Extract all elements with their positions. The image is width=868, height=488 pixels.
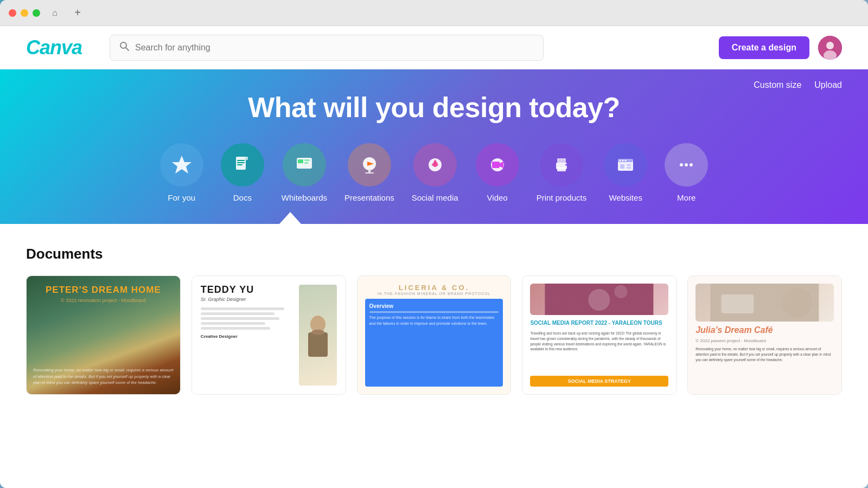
card-4-body: Travelling and tours are back up and run… [530, 331, 668, 371]
svg-rect-7 [237, 160, 245, 161]
category-whiteboards[interactable]: Whiteboards [282, 143, 327, 202]
svg-point-29 [625, 160, 627, 162]
close-button[interactable] [9, 9, 16, 17]
category-more[interactable]: More [665, 143, 708, 202]
traffic-lights [9, 9, 40, 17]
websites-label: Websites [609, 193, 642, 202]
svg-point-38 [311, 330, 324, 335]
svg-rect-14 [304, 162, 308, 164]
browser-content: Canva Create a design [0, 26, 868, 488]
svg-point-3 [826, 42, 834, 49]
browser-titlebar: ⌂ + [0, 0, 868, 26]
svg-point-34 [685, 163, 688, 166]
upload-link[interactable]: Upload [814, 80, 842, 90]
hero-top-right: Custom size Upload [754, 80, 842, 90]
card-2-line-1 [201, 307, 284, 310]
card-3-subtitle: IN-THE-FASHION MINERAL OR BRAND PROTOCOL [365, 292, 503, 296]
doc-card-1[interactable]: PETER'S DREAM HOME © 2022 renovation pro… [26, 275, 181, 395]
documents-section: Documents PETER'S DREAM HOME © 2022 reno… [0, 224, 868, 416]
svg-rect-44 [722, 294, 754, 313]
card-5-title: Julia's Dream Café [695, 325, 834, 335]
svg-point-40 [589, 289, 610, 311]
category-websites[interactable]: Websites [604, 143, 647, 202]
svg-rect-30 [620, 164, 624, 169]
card-4-title: SOCIAL MEDIA REPORT 2022 - YARALEON TOUR… [530, 319, 668, 326]
docs-grid: PETER'S DREAM HOME © 2022 renovation pro… [26, 275, 842, 395]
more-icon-circle [665, 143, 708, 187]
print-products-icon-circle [540, 143, 583, 187]
svg-rect-23 [557, 167, 566, 171]
card-3-body: The purpose of this session is for teams… [369, 315, 499, 326]
custom-size-link[interactable]: Custom size [754, 80, 801, 90]
card-1-title: PETER'S DREAM HOME [27, 285, 180, 296]
card-3-divider [369, 311, 499, 313]
category-row: For you [26, 143, 842, 202]
new-tab-button[interactable]: + [69, 5, 86, 21]
category-presentations[interactable]: Presentations [344, 143, 394, 202]
hero-banner-wrapper: Custom size Upload What will you design … [0, 69, 868, 224]
home-button[interactable]: ⌂ [47, 5, 63, 21]
documents-section-title: Documents [26, 246, 842, 262]
search-bar[interactable] [110, 35, 544, 61]
minimize-button[interactable] [21, 9, 28, 17]
card-2-line-3 [201, 317, 279, 320]
card-1-subtitle: © 2022 renovation project - Moodboard [27, 298, 180, 303]
svg-point-41 [615, 285, 628, 298]
category-docs[interactable]: Docs [221, 143, 264, 202]
for-you-icon-circle [160, 143, 203, 187]
avatar[interactable] [818, 36, 842, 60]
svg-rect-10 [245, 157, 248, 160]
doc-card-2[interactable]: TEDDY YU Sr. Graphic Designer Creative D… [192, 275, 346, 395]
websites-icon-circle [604, 143, 647, 187]
svg-rect-22 [557, 158, 566, 163]
category-for-you[interactable]: For you [160, 143, 203, 202]
docs-icon-circle [221, 143, 264, 187]
browser-frame: ⌂ + Canva Create a design [0, 0, 868, 488]
doc-card-3[interactable]: LICERIA & CO. IN-THE-FASHION MINERAL OR … [357, 275, 512, 395]
whiteboards-label: Whiteboards [282, 193, 327, 202]
category-indicator [26, 202, 842, 224]
category-video[interactable]: Video [476, 143, 519, 202]
for-you-label: For you [168, 193, 195, 202]
svg-rect-31 [627, 164, 631, 166]
card-2-company: Creative Designer [201, 334, 293, 339]
svg-rect-17 [365, 172, 374, 174]
presentations-icon-circle [348, 143, 391, 187]
whiteboards-icon-circle [283, 143, 326, 187]
svg-marker-5 [172, 156, 192, 174]
more-label: More [677, 193, 695, 202]
doc-card-5[interactable]: Julia's Dream Café © 2022 passion projec… [687, 275, 842, 395]
svg-rect-8 [237, 162, 245, 163]
svg-point-33 [680, 163, 683, 166]
video-label: Video [487, 193, 508, 202]
svg-rect-20 [492, 162, 500, 168]
search-input[interactable] [135, 43, 534, 53]
svg-line-1 [126, 48, 129, 50]
card-1-body: Renovating your home, no matter how big … [33, 367, 174, 386]
svg-point-28 [622, 160, 624, 162]
navbar-right: Create a design [719, 36, 842, 60]
svg-point-43 [782, 287, 813, 318]
svg-point-24 [565, 164, 567, 166]
navbar: Canva Create a design [0, 26, 868, 69]
card-3-overview: Overview [369, 303, 499, 309]
avatar-image [818, 36, 842, 60]
create-design-button[interactable]: Create a design [719, 36, 809, 59]
presentations-label: Presentations [344, 193, 394, 202]
card-2-line-4 [201, 322, 266, 325]
doc-card-4[interactable]: SOCIAL MEDIA REPORT 2022 - YARALEON TOUR… [522, 275, 676, 395]
svg-rect-13 [304, 159, 310, 161]
card-4-highlight: SOCIAL MEDIA STRATEGY [534, 378, 664, 384]
hero-banner: Custom size Upload What will you design … [0, 69, 868, 224]
card-2-name: TEDDY YU [201, 285, 293, 294]
svg-rect-9 [237, 164, 242, 165]
card-3-brand: LICERIA & CO. [365, 284, 503, 292]
hero-title: What will you design today? [26, 91, 842, 124]
search-icon [119, 41, 130, 54]
maximize-button[interactable] [33, 9, 40, 17]
category-print-products[interactable]: Print products [537, 143, 587, 202]
canva-logo[interactable]: Canva [26, 36, 97, 59]
print-products-label: Print products [537, 193, 587, 202]
social-media-label: Social media [412, 193, 458, 202]
category-social-media[interactable]: Social media [412, 143, 458, 202]
